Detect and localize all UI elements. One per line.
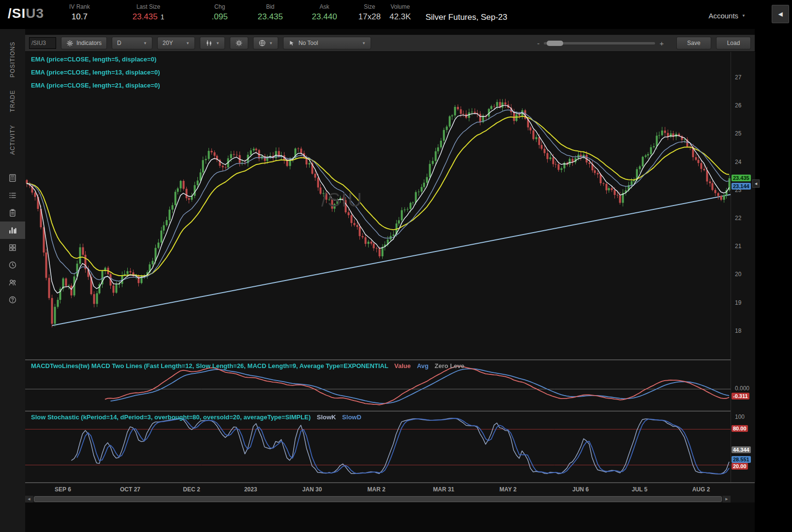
symbol-display: /SIU3 <box>8 6 44 21</box>
price-axis-tick: 26 <box>735 102 741 109</box>
time-axis-label: DEC 2 <box>183 486 200 493</box>
zoom-slider-handle[interactable] <box>547 41 563 46</box>
field-last-size: Last Size 23.435 1 <box>133 3 164 22</box>
calculator-icon[interactable] <box>0 169 25 187</box>
chevron-down-icon: ▼ <box>186 41 190 45</box>
stochastic-study-label[interactable]: Slow Stochastic (kPeriod=14, dPeriod=3, … <box>31 414 361 421</box>
last-price-badge: 23.435 <box>732 175 751 181</box>
macd-legend-value: Value <box>394 362 411 369</box>
macd-legend-zero: Zero Leve <box>434 362 464 369</box>
scroll-left-arrow[interactable]: ◀ <box>25 496 33 502</box>
macd-study-label[interactable]: MACDTwoLines(tw) MACD Two Lines (Fast Le… <box>31 362 464 369</box>
chevron-down-icon: ▼ <box>362 41 366 45</box>
price-axis-tick: 20 <box>735 271 741 278</box>
help-icon[interactable] <box>0 291 25 309</box>
time-axis-label: MAR 2 <box>367 486 385 493</box>
save-button[interactable]: Save <box>676 37 711 49</box>
sidebar-tab-activity[interactable]: ACTIVITY <box>9 125 16 155</box>
ema21-label[interactable]: EMA (price=CLOSE, length=21, displace=0) <box>31 82 160 95</box>
symbol-root: /SI <box>8 6 26 21</box>
zoom-in-button[interactable]: + <box>659 39 664 47</box>
drawing-tool-dropdown[interactable]: No Tool ▼ <box>283 37 371 49</box>
time-axis-label: OCT 27 <box>120 486 140 493</box>
instrument-title: Silver Futures, Sep-23 <box>425 13 507 22</box>
clock-icon[interactable] <box>0 256 25 274</box>
load-button[interactable]: Load <box>716 37 751 49</box>
list-icon[interactable] <box>0 187 25 204</box>
symbol-input[interactable] <box>29 37 56 49</box>
stoch-overbought-badge: 80.00 <box>732 425 748 432</box>
ema5-label[interactable]: EMA (price=CLOSE, length=5, displace=0) <box>31 56 160 69</box>
collapsed-right-panel <box>755 29 792 532</box>
collapse-panel-button[interactable]: ◀ <box>772 5 789 23</box>
time-axis-label: AUG 2 <box>692 486 710 493</box>
stoch-oversold-badge: 20.00 <box>732 463 748 470</box>
ema13-label[interactable]: EMA (price=CLOSE, length=13, displace=0) <box>31 69 160 82</box>
price-axis[interactable]: 2726252423222120191823.435◀23.1440.000-0… <box>731 52 755 482</box>
field-volume: Volume 42.3K <box>389 3 411 22</box>
macd-zero-label: 0.000 <box>735 385 749 392</box>
users-icon[interactable] <box>0 274 25 291</box>
chevron-down-icon: ▼ <box>742 14 746 18</box>
quote-header: /SIU3 IV Rank 10.7 Last Size 23.435 1 Ch… <box>0 0 792 29</box>
cursor-icon <box>288 40 296 47</box>
chart-module: Indicators D ▼ 20Y ▼ ▼ <box>25 29 792 532</box>
time-axis-label: JUN 6 <box>572 486 589 493</box>
price-axis-tick: 22 <box>735 215 741 222</box>
time-axis-label: SEP 6 <box>55 486 71 493</box>
scrollbar-handle[interactable] <box>34 496 722 502</box>
indicators-icon <box>66 40 74 47</box>
price-axis-tick: 27 <box>735 74 741 81</box>
stoch-k-badge: 44.344 <box>732 446 751 453</box>
time-axis-label: JAN 30 <box>302 486 322 493</box>
field-size: Size 17x28 <box>359 3 381 22</box>
last-size-qty: 1 <box>161 13 164 21</box>
accounts-dropdown[interactable]: Accounts ▼ <box>708 12 746 20</box>
chart-type-dropdown[interactable]: ▼ <box>200 37 225 49</box>
price-axis-tick: 19 <box>735 299 741 306</box>
pane-splitter[interactable] <box>25 411 755 412</box>
patterns-dropdown[interactable]: ▼ <box>253 37 278 49</box>
scroll-right-arrow[interactable]: ▶ <box>723 496 731 502</box>
stoch-legend-k: SlowK <box>317 414 336 421</box>
chevron-down-icon: ▼ <box>269 41 273 45</box>
macd-label-text: MACDTwoLines(tw) MACD Two Lines (Fast Le… <box>31 362 388 369</box>
stoch-label-text: Slow Stochastic (kPeriod=14, dPeriod=3, … <box>31 414 311 421</box>
candlestick-icon <box>205 39 213 47</box>
zoom-out-button[interactable]: - <box>537 39 539 47</box>
field-change: Chg .095 <box>212 3 228 22</box>
indicator-price-badge: 23.144 <box>732 183 751 190</box>
sidebar-tab-trade[interactable]: TRADE <box>9 90 16 112</box>
price-axis-tick: 24 <box>735 159 741 165</box>
last-price: 23.435 <box>133 12 158 22</box>
range-dropdown[interactable]: 20Y ▼ <box>157 37 195 49</box>
globe-grid-icon <box>258 39 266 47</box>
chart-icon[interactable] <box>0 222 25 239</box>
zoom-slider[interactable] <box>544 42 655 44</box>
macd-value-badge: -0.311 <box>732 393 749 399</box>
chart-settings-button[interactable] <box>230 37 248 49</box>
axis-collapse-arrow[interactable]: ◀ <box>752 179 760 188</box>
time-axis-label: 2023 <box>244 486 257 493</box>
field-ask: Ask 23.440 <box>312 3 337 22</box>
time-axis-label: MAY 2 <box>499 486 516 493</box>
time-axis[interactable]: SEP 6OCT 27DEC 22023JAN 30MAR 2MAR 31MAY… <box>25 483 755 496</box>
pane-splitter[interactable] <box>25 359 755 360</box>
symbol-expiry: U3 <box>26 6 44 21</box>
left-sidebar: POSITIONS TRADE ACTIVITY <box>0 29 25 532</box>
sidebar-icon-stack <box>0 169 25 309</box>
time-axis-label: JUL 5 <box>632 486 647 493</box>
gear-icon <box>235 39 243 47</box>
stoch-d-badge: 28.551 <box>732 456 751 463</box>
orders-icon[interactable] <box>0 204 25 222</box>
sidebar-tab-positions[interactable]: POSITIONS <box>9 42 16 77</box>
indicators-button[interactable]: Indicators <box>61 37 107 49</box>
price-axis-tick: 25 <box>735 130 741 137</box>
timeframe-dropdown[interactable]: D ▼ <box>112 37 152 49</box>
ema-study-labels: EMA (price=CLOSE, length=5, displace=0) … <box>31 56 160 95</box>
stoch-legend-d: SlowD <box>342 414 361 421</box>
grid-icon[interactable] <box>0 239 25 256</box>
horizontal-scrollbar[interactable]: ◀ ▶ <box>25 496 731 502</box>
time-axis-label: MAR 31 <box>433 486 454 493</box>
stoch-top-label: 100 <box>735 414 745 420</box>
